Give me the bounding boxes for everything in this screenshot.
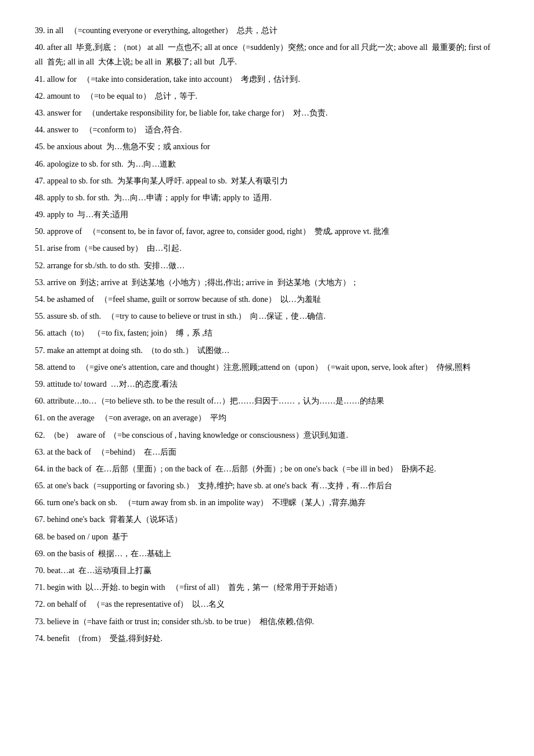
list-item: 54. be ashamed of （=feel shame, guilt or… (35, 292, 499, 307)
list-item: 67. behind one's back 背着某人（说坏话） (35, 512, 499, 527)
list-item: 46. apologize to sb. for sth. 为…向…道歉 (35, 157, 499, 171)
list-item: 69. on the basis of 根据…，在…基础上 (35, 546, 499, 561)
list-item: 50. approve of （=consent to, be in favor… (35, 224, 499, 239)
list-item: 70. beat…at 在…运动项目上打赢 (35, 563, 499, 578)
list-item: 57. make an attempt at doing sth. （to do… (35, 343, 499, 358)
list-item: 47. appeal to sb. for sth. 为某事向某人呼吁. app… (35, 174, 499, 188)
list-item: 58. attend to （=give one's attention, ca… (35, 360, 499, 375)
list-item: 65. at one's back（=supporting or favorin… (35, 478, 499, 493)
list-item: 41. allow for （=take into consideration,… (35, 72, 499, 87)
list-item: 45. be anxious about 为…焦急不安；或 anxious fo… (35, 139, 499, 154)
list-item: 48. apply to sb. for sth. 为…向…申请；apply f… (35, 190, 499, 205)
list-item: 66. turn one's back on sb. （=turn away f… (35, 495, 499, 510)
list-item: 40. after all 毕竟,到底；（not） at all 一点也不; a… (35, 40, 499, 69)
list-item: 68. be based on / upon 基于 (35, 530, 499, 544)
list-item: 64. in the back of 在…后部（里面）; on the back… (35, 462, 499, 476)
list-item: 56. attach（to） （=to fix, fasten; join） 缚… (35, 326, 499, 340)
list-item: 74. benefit （from） 受益,得到好处. (35, 631, 499, 646)
list-item: 52. arrange for sb./sth. to do sth. 安排…做… (35, 258, 499, 273)
main-content: 39. in all （=counting everyone or everyt… (35, 23, 499, 646)
list-item: 59. attitude to/ toward …对…的态度.看法 (35, 377, 499, 391)
list-item: 42. amount to （=to be equal to） 总计，等于. (35, 89, 499, 103)
list-item: 44. answer to （=conform to） 适合,符合. (35, 123, 499, 137)
list-item: 39. in all （=counting everyone or everyt… (35, 23, 499, 38)
list-item: 62. （be） aware of （=be conscious of , ha… (35, 428, 499, 442)
list-item: 49. apply to 与…有关;适用 (35, 207, 499, 222)
list-item: 53. arrive on 到达; arrive at 到达某地（小地方）;得出… (35, 275, 499, 290)
list-item: 60. attribute…to…（=to believe sth. to be… (35, 394, 499, 408)
list-item: 55. assure sb. of sth. （=try to cause to… (35, 309, 499, 323)
list-item: 43. answer for （undertake responsibility… (35, 106, 499, 120)
list-item: 72. on behalf of （=as the representative… (35, 597, 499, 611)
list-item: 61. on the average （=on average, on an a… (35, 411, 499, 425)
list-item: 71. begin with 以…开始. to begin with （=fir… (35, 580, 499, 595)
list-item: 63. at the back of （=behind） 在…后面 (35, 445, 499, 459)
list-item: 73. believe in（=have faith or trust in; … (35, 614, 499, 629)
list-item: 51. arise from（=be caused by） 由…引起. (35, 241, 499, 255)
